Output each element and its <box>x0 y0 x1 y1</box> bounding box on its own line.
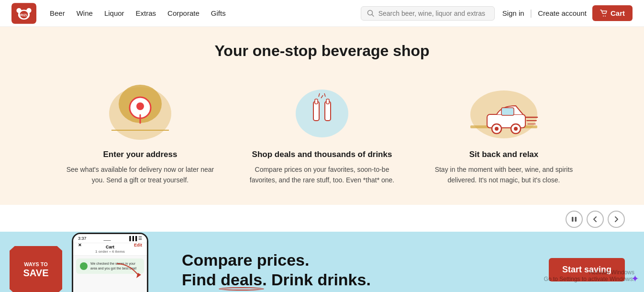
feature-address-illustration <box>97 75 183 142</box>
feature-address-title: Enter your address <box>64 150 217 159</box>
arrow-illustration <box>115 261 144 281</box>
phone-notch-bar: ___ <box>103 236 111 241</box>
nav-item-extras[interactable]: Extras <box>136 9 156 17</box>
svg-rect-18 <box>325 101 331 121</box>
chevron-left-icon <box>592 216 599 223</box>
feature-relax-desc: Stay in the moment with beer, wine, and … <box>427 164 580 186</box>
svg-rect-33 <box>501 108 514 115</box>
nav-right: Sign in | Create account Cart <box>502 5 633 21</box>
nav-item-beer[interactable]: Beer <box>50 9 65 17</box>
search-bar[interactable] <box>361 6 495 21</box>
carousel-controls <box>0 205 644 232</box>
cart-icon <box>600 10 608 17</box>
banner-headline-line2: Find deals. Drink drinks. <box>182 270 534 290</box>
feature-address-desc: See what's available for delivery now or… <box>64 164 217 186</box>
banner-headline-line1: Compare prices. <box>182 250 534 270</box>
phone-close-icon: ✕ <box>78 243 82 247</box>
svg-rect-16 <box>313 101 319 121</box>
ways-to-save-text-line1: WAYS TO <box>24 261 48 268</box>
search-icon <box>367 10 375 17</box>
feature-relax-illustration <box>461 75 547 142</box>
banner-section: WAYS TO SAVE 3:37 ___ ▐▐▐ ☰ ✕ Cart 1 ord… <box>0 232 644 292</box>
create-account-link[interactable]: Create account <box>538 9 587 17</box>
banner-cta-button[interactable]: Start saving <box>549 258 625 281</box>
feature-address: Enter your address See what's available … <box>64 75 217 186</box>
features-row: Enter your address See what's available … <box>59 75 585 186</box>
svg-line-7 <box>372 14 374 16</box>
feature-deals-title: Shop deals and thousands of drinks <box>245 150 399 159</box>
phone-edit-label: Edit <box>134 243 142 247</box>
svg-point-32 <box>514 127 518 131</box>
nav-links: Beer Wine Liquor Extras Corporate Gifts <box>50 9 353 17</box>
svg-point-8 <box>603 15 604 16</box>
svg-point-13 <box>136 102 144 110</box>
svg-point-2 <box>16 8 21 12</box>
svg-rect-35 <box>575 217 577 222</box>
logo[interactable]: DRIZLY <box>11 3 36 24</box>
hero-title: Your one-stop beverage shop <box>11 42 633 60</box>
svg-point-9 <box>605 15 606 16</box>
svg-point-30 <box>495 127 499 131</box>
navbar: DRIZLY Beer Wine Liquor Extras Corporate… <box>0 0 644 27</box>
phone-signal: ▐▐▐ ☰ <box>128 236 142 241</box>
svg-rect-19 <box>326 99 329 104</box>
feature-relax: Sit back and relax Stay in the moment wi… <box>427 75 580 186</box>
phone-green-dot <box>80 262 88 270</box>
nav-item-wine[interactable]: Wine <box>77 9 93 17</box>
nav-divider: | <box>530 8 533 18</box>
feature-deals-desc: Compare prices on your favorites, soon-t… <box>245 164 399 186</box>
phone-time: 3:37 <box>78 236 87 241</box>
banner-left: WAYS TO SAVE 3:37 ___ ▐▐▐ ☰ ✕ Cart 1 ord… <box>0 233 167 292</box>
ways-to-save-text-line2: SAVE <box>23 268 49 279</box>
carousel-next-button[interactable] <box>608 211 625 228</box>
svg-rect-34 <box>572 217 574 222</box>
nav-item-liquor[interactable]: Liquor <box>104 9 124 17</box>
phone-cart-header: ✕ Cart 1 order • 4 items Edit <box>73 243 147 256</box>
chevron-right-icon <box>613 216 620 223</box>
pause-icon <box>571 216 577 223</box>
banner-headline: Compare prices. Find deals. Drink drinks… <box>182 250 534 290</box>
feature-deals-illustration <box>279 75 365 142</box>
svg-point-3 <box>26 8 31 12</box>
hero-section: Your one-stop beverage shop Enter you <box>0 27 644 205</box>
carousel-prev-button[interactable] <box>587 211 604 228</box>
cart-button[interactable]: Cart <box>592 5 633 21</box>
phone-status-bar: 3:37 ___ ▐▐▐ ☰ <box>73 234 147 243</box>
banner-text-area: Compare prices. Find deals. Drink drinks… <box>167 250 549 290</box>
svg-rect-17 <box>315 99 318 104</box>
phone-mockup: 3:37 ___ ▐▐▐ ☰ ✕ Cart 1 order • 4 items … <box>72 233 167 292</box>
carousel-pause-button[interactable] <box>566 211 583 228</box>
sign-in-link[interactable]: Sign in <box>502 9 524 17</box>
feature-deals: Shop deals and thousands of drinks Compa… <box>245 75 399 186</box>
ways-to-save-badge: WAYS TO SAVE <box>10 246 62 292</box>
search-input[interactable] <box>378 10 489 17</box>
feature-relax-title: Sit back and relax <box>427 150 580 159</box>
banner-deals-word: deals <box>221 270 262 290</box>
nav-item-gifts[interactable]: Gifts <box>211 9 226 17</box>
phone-cart-subtitle: 1 order • 4 items <box>73 249 147 254</box>
nav-item-corporate[interactable]: Corporate <box>167 9 200 17</box>
svg-text:DRIZLY: DRIZLY <box>18 13 30 17</box>
